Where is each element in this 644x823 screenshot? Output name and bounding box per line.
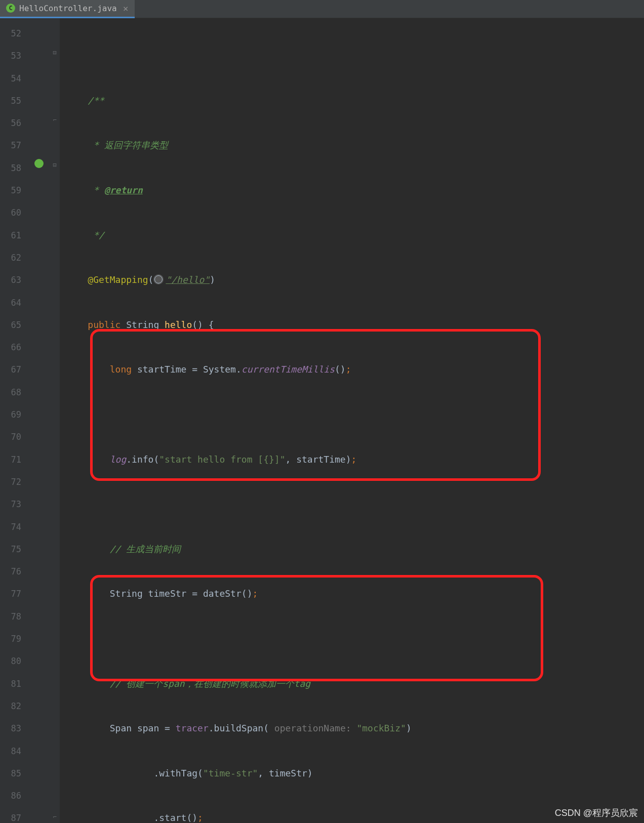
line-number: 80 [0,650,30,672]
fold-collapse-icon[interactable]: ⊟ [52,50,58,56]
line-number-gutter: 52 53 54 55 56 57 58 59 60 61 62 63 64 6… [0,18,30,823]
icon-gutter [30,18,51,823]
line-number: 81 [0,673,30,695]
line-number: 67 [0,358,30,381]
annotation: @GetMapping [88,274,148,285]
bean-gutter-icon[interactable] [34,159,44,168]
line-number: 76 [0,560,30,583]
keyword: long [110,364,137,375]
line-number: 68 [0,381,30,403]
line-number: 63 [0,269,30,291]
method-name: hello [165,319,192,330]
line-number: 72 [0,471,30,493]
line-number: 85 [0,762,30,785]
javadoc-line: * @return [88,185,142,195]
fold-collapse-icon[interactable]: ⊟ [52,162,58,168]
javadoc-line: * 返回字符串类型 [88,140,168,150]
line-number: 82 [0,695,30,717]
line-number: 54 [0,67,30,90]
editor: 52 53 54 55 56 57 58 59 60 61 62 63 64 6… [0,18,644,823]
comment: // 生成当前时间 [110,544,181,554]
field-ref: log [110,454,127,465]
line-number: 73 [0,493,30,515]
line-number: 66 [0,336,30,358]
string-literal: "mockBiz" [356,723,406,733]
url-mapping-icon[interactable] [153,274,164,284]
close-icon[interactable]: × [123,3,129,14]
param-hint: operationName: [269,723,356,733]
line-number: 64 [0,292,30,314]
line-number: 75 [0,538,30,560]
tab-active[interactable]: C HelloController.java × [0,0,135,18]
url-string: "/hello" [166,274,210,285]
watermark: CSDN @程序员欣宸 [555,807,638,819]
static-method: currentTimeMillis [242,364,335,375]
javadoc-end: */ [88,230,104,240]
line-number: 57 [0,134,30,156]
tab-filename: HelloController.java [19,4,117,13]
line-number: 55 [0,90,30,112]
line-number: 84 [0,740,30,762]
string-literal: "time-str" [203,768,258,778]
class-icon: C [6,4,15,13]
javadoc-start: /** [88,95,104,106]
line-number: 61 [0,224,30,246]
code-area[interactable]: /** * 返回字符串类型 * @return */ @GetMapping("… [60,18,644,823]
line-number: 70 [0,426,30,448]
fold-end-icon[interactable]: ⌐ [52,814,58,820]
line-number: 56 [0,112,30,134]
line-number: 65 [0,314,30,336]
fold-end-icon[interactable]: ⌐ [52,117,58,123]
line-number: 83 [0,717,30,739]
line-number: 77 [0,583,30,605]
keyword: public [88,319,126,330]
fold-gutter: ⊟ ⌐ ⊟ ⌐ [51,18,60,823]
line-number: 58 [0,157,30,179]
string-literal: "start hello from [{}]" [159,454,285,465]
line-number: 69 [0,403,30,426]
field-ref: tracer [176,723,209,733]
line-number: 87 [0,807,30,823]
line-number: 52 [0,22,30,45]
comment: // 创建一个span，在创建的时候就添加一个tag [110,678,310,689]
line-number: 60 [0,201,30,224]
line-number: 78 [0,605,30,628]
line-number: 53 [0,45,30,67]
tab-bar: C HelloController.java × [0,0,644,18]
line-number: 62 [0,246,30,269]
line-number: 86 [0,785,30,807]
line-number: 71 [0,448,30,471]
line-number: 74 [0,516,30,538]
line-number: 79 [0,628,30,650]
line-number: 59 [0,179,30,201]
